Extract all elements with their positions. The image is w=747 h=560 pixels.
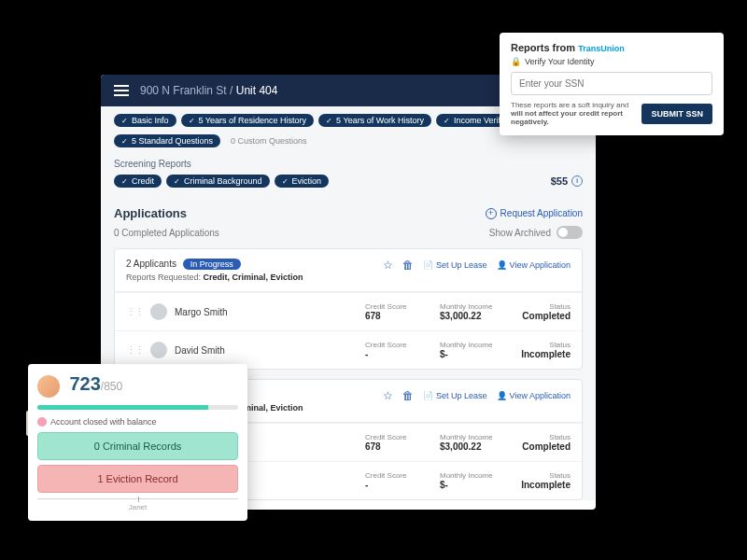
applications-subheader: 0 Completed Applications Show Archived [101, 226, 596, 248]
chip-credit[interactable]: Credit [114, 175, 162, 188]
drag-handle-icon[interactable]: ⋮⋮ [126, 344, 143, 357]
screening-row: Credit Criminal Background Eviction $55 … [101, 173, 596, 195]
chip-custom-q: 0 Custom Questions [225, 134, 313, 147]
score-progress-bar [37, 405, 238, 410]
ssn-input[interactable] [511, 72, 712, 95]
transunion-brand: TransUnion [578, 44, 625, 53]
show-archived-label: Show Archived [489, 228, 551, 238]
plus-icon: + [486, 208, 497, 219]
drag-handle-icon[interactable]: ⋮⋮ [126, 306, 143, 318]
card-header: 2 Applicants In Progress Reports Request… [115, 249, 582, 292]
view-application-button[interactable]: 👤 View Application [497, 260, 571, 270]
menu-icon[interactable] [114, 85, 129, 96]
info-icon[interactable]: i [571, 175, 583, 187]
applications-header: Applications + Request Application [101, 195, 596, 226]
avatar [150, 342, 167, 358]
chip-eviction[interactable]: Eviction [275, 175, 330, 188]
criminal-records-box[interactable]: 0 Criminal Records [37, 432, 238, 460]
ssn-title: Reports from TransUnion [511, 42, 712, 53]
breadcrumb-current: Unit 404 [236, 84, 278, 97]
user-avatar [37, 375, 60, 398]
screening-price: $55 i [551, 175, 583, 187]
ssn-disclaimer: These reports are a soft inquiry and wil… [511, 101, 634, 126]
applicant-name[interactable]: Margo Smith [175, 307, 365, 317]
status-badge: In Progress [183, 259, 241, 270]
breadcrumb-parent[interactable]: 900 N Franklin St [140, 84, 227, 97]
applicant-name[interactable]: David Smith [175, 345, 365, 356]
request-application-link[interactable]: + Request Application [486, 208, 583, 219]
chip-basic-info[interactable]: Basic Info [114, 114, 176, 127]
favorite-icon[interactable]: ☆ [383, 259, 393, 272]
applicant-row: ⋮⋮ David Smith Credit Score- Monthly Inc… [115, 330, 582, 369]
avatar [150, 303, 167, 320]
application-card: 2 Applicants In Progress Reports Request… [114, 248, 583, 370]
chip-residence[interactable]: 5 Years of Residence History [181, 114, 315, 127]
favorite-icon[interactable]: ☆ [383, 389, 393, 402]
ssn-panel: Reports from TransUnion 🔒Verify Your Ide… [500, 33, 724, 135]
delete-icon[interactable]: 🗑 [402, 389, 414, 402]
chip-work[interactable]: 5 Years of Work History [318, 114, 431, 127]
archived-toggle[interactable] [557, 226, 583, 239]
questions-chips-2: 5 Standard Questions 0 Custom Questions [101, 134, 596, 155]
chip-standard-q[interactable]: 5 Standard Questions [114, 134, 220, 147]
account-closed-note: Account closed with balance [37, 417, 238, 427]
credit-score-card: 723/850 Account closed with balance 0 Cr… [28, 364, 247, 521]
applicant-count: 2 Applicants [126, 259, 176, 269]
applications-title: Applications [114, 206, 187, 220]
dot-icon [37, 417, 47, 427]
delete-icon[interactable]: 🗑 [402, 259, 414, 272]
credit-score-value: 723 [69, 373, 100, 394]
credit-score-max: /850 [101, 380, 122, 393]
breadcrumb: 900 N Franklin St / Unit 404 [140, 84, 277, 97]
tick-label: Janet [37, 503, 238, 511]
verify-identity: 🔒Verify Your Identity [511, 57, 712, 66]
chip-criminal[interactable]: Criminal Background [166, 175, 270, 188]
eviction-records-box[interactable]: 1 Eviction Record [37, 465, 238, 493]
applicant-row: ⋮⋮ Margo Smith Credit Score678 Monthly I… [115, 292, 582, 330]
completed-count: 0 Completed Applications [114, 228, 219, 238]
setup-lease-button[interactable]: 📄 Set Up Lease [423, 391, 487, 400]
view-application-button[interactable]: 👤 View Application [497, 391, 571, 400]
setup-lease-button[interactable]: 📄 Set Up Lease [423, 260, 487, 270]
screening-label: Screening Reports [101, 155, 596, 173]
lock-icon: 🔒 [511, 57, 521, 66]
submit-ssn-button[interactable]: SUBMIT SSN [641, 104, 712, 124]
